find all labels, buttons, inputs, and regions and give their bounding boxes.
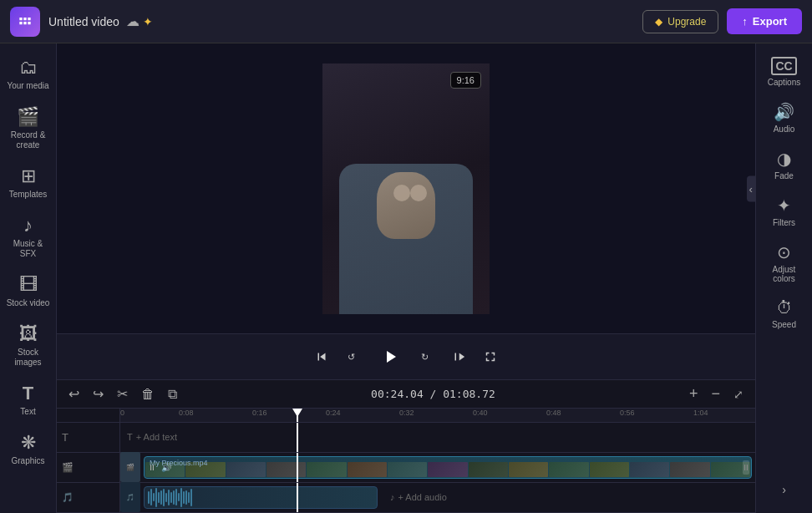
- ruler-mark-8: 0:08: [179, 409, 194, 417]
- frame-7: [388, 462, 427, 477]
- sidebar-item-filters[interactable]: ✦ Filters: [759, 189, 809, 234]
- video-content: [322, 63, 490, 314]
- preview-collapse-button[interactable]: ‹: [747, 175, 755, 201]
- sidebar-item-fade[interactable]: ◑ Fade: [759, 142, 809, 187]
- stock-video-icon: 🎞: [19, 274, 38, 296]
- frame-9: [469, 462, 508, 477]
- redo-button[interactable]: ↪: [88, 383, 109, 404]
- project-title: Untitled video: [48, 15, 119, 28]
- track-labels: T 🎬 🎵: [57, 409, 120, 513]
- add-audio-label: + Add audio: [398, 492, 447, 502]
- export-label: Export: [753, 15, 787, 28]
- current-time: 00:24.04: [371, 388, 424, 400]
- frame-8: [428, 462, 467, 477]
- upload-icon: ↑: [742, 15, 748, 28]
- music-sfx-icon: ♪: [23, 215, 33, 236]
- right-sidebar-expand-button[interactable]: ›: [756, 480, 812, 500]
- timeline-toolbar: ↩ ↪ ✂ 🗑 ⧉ 00:24.04 / 01:08.72 + − ⤢: [57, 380, 755, 409]
- sidebar-item-audio[interactable]: 🔊 Audio: [759, 95, 809, 140]
- main-area: 🗂 Your media 🎬 Record &create ⊞ Template…: [0, 43, 812, 513]
- skip-to-start-button[interactable]: [311, 346, 332, 368]
- music-note-icon: ♪: [390, 492, 395, 502]
- audio-icon: 🔊: [774, 102, 794, 122]
- sidebar-item-speed[interactable]: ⏱ Speed: [759, 292, 809, 336]
- frame-10: [509, 462, 548, 477]
- sidebar-item-stock-video[interactable]: 🎞 Stock video: [3, 267, 53, 315]
- playhead-audio-track: [297, 483, 298, 512]
- zoom-out-button[interactable]: −: [706, 383, 725, 404]
- aspect-ratio-badge: 9:16: [450, 72, 481, 89]
- delete-button[interactable]: 🗑: [136, 384, 160, 404]
- speed-icon: ⏱: [776, 298, 793, 317]
- playhead-ruler: [297, 409, 298, 422]
- upgrade-button[interactable]: ◆ Upgrade: [642, 10, 718, 33]
- duplicate-button[interactable]: ⧉: [163, 384, 182, 404]
- sidebar-item-text[interactable]: T Text: [3, 376, 53, 424]
- add-audio-button[interactable]: ♪ + Add audio: [383, 489, 454, 505]
- playhead-text-track: [297, 423, 298, 452]
- video-track-label: 🎬: [57, 453, 119, 483]
- clip-end-handle[interactable]: ⏸: [743, 460, 749, 475]
- ruler-mark-56: 0:56: [620, 409, 635, 417]
- fade-icon: ◑: [777, 149, 791, 169]
- cloud-icon: ☁: [126, 13, 140, 29]
- time-sep: /: [424, 388, 443, 400]
- zoom-in-button[interactable]: +: [684, 383, 703, 404]
- rewind-button[interactable]: ↺: [343, 346, 364, 368]
- star-badge: ✦: [143, 15, 153, 28]
- sidebar-item-music-sfx[interactable]: ♪ Music & SFX: [3, 208, 53, 266]
- topbar: Untitled video ☁ ✦ ◆ Upgrade ↑ Export: [0, 0, 812, 43]
- svg-text:↺: ↺: [348, 352, 355, 362]
- sidebar-item-stock-images[interactable]: 🖼 Stockimages: [3, 317, 53, 374]
- filters-icon: ✦: [777, 196, 791, 216]
- frame-5: [307, 462, 346, 477]
- right-sidebar: CC Captions 🔊 Audio ◑ Fade ✦ Filters ⊙ A…: [755, 43, 812, 513]
- sidebar-item-templates[interactable]: ⊞ Templates: [3, 159, 53, 206]
- audio-clip[interactable]: [144, 486, 378, 509]
- timeline-area: ↩ ↪ ✂ 🗑 ⧉ 00:24.04 / 01:08.72 + − ⤢ T: [57, 379, 755, 513]
- text-track-label: T: [57, 423, 119, 453]
- audio-track-row: 🎵: [120, 483, 755, 513]
- export-button[interactable]: ↑ Export: [727, 8, 802, 34]
- text-icon: T: [23, 383, 33, 404]
- svg-text:↻: ↻: [421, 352, 429, 362]
- your-media-icon: 🗂: [19, 57, 38, 79]
- captions-icon: CC: [771, 57, 796, 75]
- app-logo: [10, 7, 40, 37]
- ruler-mark-32: 0:32: [399, 409, 414, 417]
- fullscreen-button[interactable]: [480, 346, 501, 368]
- ruler-mark-16: 0:16: [252, 409, 267, 417]
- audio-waveform: [145, 487, 377, 508]
- frame-strip: [145, 461, 751, 478]
- video-clip[interactable]: My Precious.mp4: [144, 456, 752, 479]
- undo-button[interactable]: ↩: [63, 383, 84, 404]
- stock-images-icon: 🖼: [19, 323, 38, 345]
- frame-12: [590, 462, 629, 477]
- sidebar-item-graphics[interactable]: ❋ Graphics: [3, 425, 53, 473]
- add-text-icon: T: [127, 432, 133, 442]
- timeline-time: 00:24.04 / 01:08.72: [185, 388, 681, 400]
- frame-3: [226, 462, 266, 477]
- sidebar-item-your-media[interactable]: 🗂 Your media: [3, 50, 53, 98]
- video-clip-filename: My Precious.mp4: [150, 459, 208, 467]
- sidebar-item-adjust-colors[interactable]: ⊙ Adjustcolors: [759, 236, 809, 290]
- add-text-button[interactable]: T + Add text: [120, 429, 184, 445]
- fit-to-window-button[interactable]: ⤢: [728, 386, 749, 403]
- left-sidebar: 🗂 Your media 🎬 Record &create ⊞ Template…: [0, 43, 57, 513]
- playhead-video-track: [297, 453, 298, 482]
- sidebar-item-record-create[interactable]: 🎬 Record &create: [3, 99, 53, 157]
- play-button[interactable]: [374, 341, 406, 373]
- diamond-icon: ◆: [655, 16, 662, 28]
- ruler-mark-0: 0: [120, 409, 124, 417]
- ruler-mark-48: 0:48: [546, 409, 561, 417]
- audio-track-thumb: 🎵: [120, 482, 140, 512]
- audio-track-label: 🎵: [57, 483, 119, 513]
- cut-button[interactable]: ✂: [112, 383, 133, 404]
- upgrade-label: Upgrade: [667, 16, 706, 28]
- fast-forward-button[interactable]: ↻: [416, 346, 438, 368]
- frame-13: [630, 462, 669, 477]
- skip-to-end-button[interactable]: [448, 346, 469, 368]
- graphics-icon: ❋: [21, 432, 36, 454]
- sidebar-item-captions[interactable]: CC Captions: [759, 50, 809, 94]
- ruler-mark-104: 1:04: [693, 409, 708, 417]
